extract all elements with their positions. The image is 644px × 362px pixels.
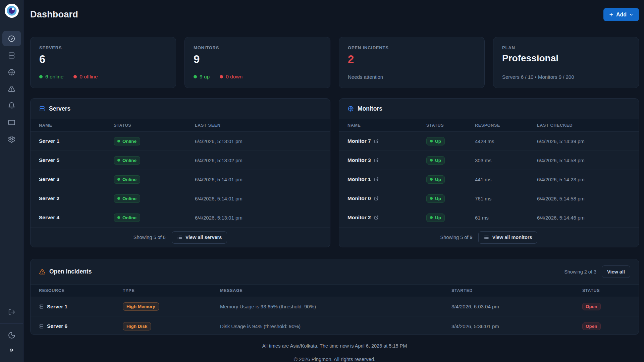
last-seen: 6/4/2026, 5:14:01 pm	[195, 196, 322, 201]
server-name-link[interactable]: Server 2	[39, 195, 114, 201]
sidebar-item-settings[interactable]	[2, 131, 21, 147]
green-dot-icon	[117, 140, 120, 142]
external-link-icon[interactable]	[374, 158, 379, 163]
sidebar-item-billing[interactable]	[2, 115, 21, 130]
main-content: Dashboard Add SERVERS 6 6 online 0 offli…	[23, 0, 644, 362]
green-dot-icon	[194, 75, 197, 78]
table-row: Monitor 2 Up 61 ms 6/4/2026, 5:14:46 pm	[339, 208, 639, 227]
incidents-table-header: RESOURCE TYPE MESSAGE STARTED STATUS	[31, 284, 639, 297]
copyright: © 2026 Pingmon. All rights reserved.	[30, 356, 639, 362]
table-row: Server 2 Online 6/4/2026, 5:14:01 pm	[31, 189, 330, 208]
external-link-icon[interactable]	[374, 196, 379, 201]
green-dot-icon	[430, 159, 433, 162]
page-header: Dashboard Add	[30, 8, 639, 21]
green-dot-icon	[117, 197, 120, 200]
servers-table-header: NAME STATUS LAST SEEN	[31, 119, 330, 132]
monitor-name-link[interactable]: Monitor 0	[347, 195, 426, 201]
status-badge: Online	[114, 214, 140, 222]
plan-usage: Servers 6 / 10 • Monitors 9 / 200	[502, 74, 574, 80]
last-seen: 6/4/2026, 5:14:01 pm	[195, 177, 322, 182]
green-dot-icon	[117, 159, 120, 162]
monitors-showing-count: Showing 5 of 9	[440, 235, 473, 240]
sidebar	[0, 0, 23, 362]
green-dot-icon	[39, 75, 43, 78]
stat-value: 2	[348, 53, 476, 66]
monitors-down-count: 0 down	[220, 74, 243, 80]
footer-divider	[30, 353, 639, 353]
incidents-panel-title: Open Incidents	[49, 268, 92, 275]
moon-icon	[8, 331, 16, 339]
server-name-link[interactable]: Server 5	[39, 157, 114, 163]
view-all-monitors-button[interactable]: View all monitors	[478, 231, 537, 244]
green-dot-icon	[117, 178, 120, 181]
stat-card-plan: PLAN Professional Servers 6 / 10 • Monit…	[493, 37, 639, 88]
server-name-link[interactable]: Server 4	[39, 215, 114, 221]
sidebar-item-notifications[interactable]	[2, 98, 21, 113]
sidebar-item-monitors[interactable]	[2, 64, 21, 80]
response-time: 303 ms	[475, 158, 537, 163]
stat-label: SERVERS	[39, 45, 167, 50]
table-row: Monitor 1 Up 441 ms 6/4/2026, 5:14:23 pm	[339, 170, 639, 189]
server-icon	[39, 106, 45, 112]
monitors-panel: Monitors NAME STATUS RESPONSE LAST CHECK…	[339, 98, 639, 247]
servers-panel-title: Servers	[49, 105, 70, 112]
gear-icon	[8, 135, 15, 143]
last-checked: 6/4/2026, 5:14:58 pm	[537, 196, 630, 201]
status-badge: Up	[426, 214, 445, 222]
response-time: 61 ms	[475, 215, 537, 221]
sidebar-item-logout[interactable]	[2, 305, 21, 319]
monitor-name-link[interactable]: Monitor 1	[347, 176, 426, 182]
globe-icon	[8, 68, 15, 76]
incident-message: Disk Usage is 94% (threshold: 90%)	[220, 323, 451, 329]
incident-resource-link[interactable]: Server 1	[39, 304, 123, 310]
external-link-icon[interactable]	[374, 177, 379, 182]
sidebar-item-theme-toggle[interactable]	[2, 328, 21, 342]
status-badge: Online	[114, 175, 140, 184]
timezone-note: All times are Asia/Kolkata. The time now…	[30, 343, 639, 349]
server-name-link[interactable]: Server 1	[39, 138, 114, 144]
monitor-name-link[interactable]: Monitor 2	[347, 215, 426, 221]
last-checked: 6/4/2026, 5:14:46 pm	[537, 215, 630, 221]
stats-row: SERVERS 6 6 online 0 offline MONITORS 9 …	[30, 37, 639, 88]
status-badge: Up	[426, 194, 445, 203]
last-seen: 6/4/2026, 5:13:01 pm	[195, 138, 322, 144]
page-title: Dashboard	[30, 9, 78, 20]
external-link-icon[interactable]	[374, 139, 379, 143]
add-button[interactable]: Add	[603, 8, 639, 21]
external-link-icon[interactable]	[374, 215, 379, 220]
app-logo-eye-icon[interactable]	[4, 3, 19, 18]
server-icon	[8, 52, 15, 59]
incident-resource-link[interactable]: Server 6	[39, 323, 123, 329]
view-all-servers-button[interactable]: View all servers	[172, 231, 227, 244]
server-icon	[39, 304, 44, 309]
incident-type-badge: High Disk	[123, 322, 151, 330]
monitor-name-link[interactable]: Monitor 7	[347, 138, 426, 144]
sidebar-item-dashboard[interactable]	[2, 31, 21, 46]
last-checked: 6/4/2026, 5:14:58 pm	[537, 158, 630, 163]
green-dot-icon	[430, 140, 433, 142]
table-row: Server 5 Online 6/4/2026, 5:13:02 pm	[31, 151, 330, 170]
stat-card-servers: SERVERS 6 6 online 0 offline	[30, 37, 176, 88]
stat-label: OPEN INCIDENTS	[348, 45, 476, 50]
sidebar-item-incidents[interactable]	[2, 81, 21, 97]
monitor-name-link[interactable]: Monitor 3	[347, 157, 426, 163]
response-time: 4428 ms	[475, 138, 537, 144]
sidebar-item-servers[interactable]	[2, 48, 21, 63]
view-all-incidents-button[interactable]: View all	[602, 265, 630, 278]
green-dot-icon	[430, 197, 433, 200]
add-button-label: Add	[616, 12, 627, 18]
last-seen: 6/4/2026, 5:13:01 pm	[195, 215, 322, 221]
stat-card-open-incidents: OPEN INCIDENTS 2 Needs attention	[339, 37, 485, 88]
incident-status-badge: Open	[582, 303, 601, 310]
sidebar-item-expand[interactable]	[2, 343, 21, 357]
stat-value: Professional	[502, 53, 630, 64]
response-time: 441 ms	[475, 177, 537, 182]
alert-triangle-icon	[39, 268, 46, 275]
green-dot-icon	[430, 216, 433, 219]
server-name-link[interactable]: Server 3	[39, 176, 114, 182]
servers-panel: Servers NAME STATUS LAST SEEN Server 1 O…	[30, 98, 330, 247]
table-row: Server 4 Online 6/4/2026, 5:13:01 pm	[31, 208, 330, 227]
incident-started: 3/4/2026, 6:03:04 pm	[451, 304, 582, 309]
table-row: Monitor 7 Up 4428 ms 6/4/2026, 5:14:39 p…	[339, 132, 639, 151]
gauge-icon	[8, 35, 15, 43]
